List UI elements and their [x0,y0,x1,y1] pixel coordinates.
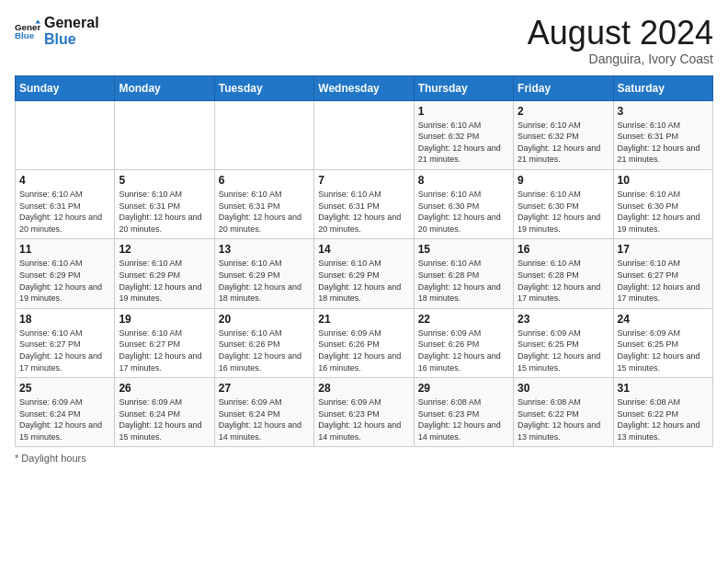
weekday-header-row: SundayMondayTuesdayWednesdayThursdayFrid… [16,75,713,100]
day-cell: 12Sunrise: 6:10 AM Sunset: 6:29 PM Dayli… [115,239,214,308]
day-info: Sunrise: 6:08 AM Sunset: 6:23 PM Dayligh… [418,396,509,442]
day-cell: 4Sunrise: 6:10 AM Sunset: 6:31 PM Daylig… [16,169,115,238]
day-number: 6 [219,174,310,187]
day-number: 5 [119,174,210,187]
day-info: Sunrise: 6:10 AM Sunset: 6:28 PM Dayligh… [418,258,509,304]
day-info: Sunrise: 6:10 AM Sunset: 6:31 PM Dayligh… [119,189,210,235]
day-number: 14 [318,243,409,256]
week-row-4: 18Sunrise: 6:10 AM Sunset: 6:27 PM Dayli… [16,308,713,377]
day-cell: 23Sunrise: 6:09 AM Sunset: 6:25 PM Dayli… [514,308,613,377]
calendar-table: SundayMondayTuesdayWednesdayThursdayFrid… [15,75,713,448]
logo-blue: Blue [44,31,99,48]
day-number: 31 [618,382,709,395]
day-number: 16 [518,243,609,256]
day-info: Sunrise: 6:10 AM Sunset: 6:31 PM Dayligh… [19,189,110,235]
day-cell: 1Sunrise: 6:10 AM Sunset: 6:32 PM Daylig… [414,100,513,169]
day-cell: 29Sunrise: 6:08 AM Sunset: 6:23 PM Dayli… [414,378,513,447]
day-cell [115,100,214,169]
day-cell: 19Sunrise: 6:10 AM Sunset: 6:27 PM Dayli… [115,308,214,377]
day-info: Sunrise: 6:09 AM Sunset: 6:25 PM Dayligh… [618,327,709,373]
day-number: 26 [119,382,210,395]
day-info: Sunrise: 6:10 AM Sunset: 6:32 PM Dayligh… [418,120,509,166]
weekday-tuesday: Tuesday [214,75,313,100]
day-info: Sunrise: 6:10 AM Sunset: 6:29 PM Dayligh… [219,258,310,304]
day-cell: 11Sunrise: 6:10 AM Sunset: 6:29 PM Dayli… [16,239,115,308]
day-cell [314,100,414,169]
day-number: 22 [418,313,509,326]
day-cell: 28Sunrise: 6:09 AM Sunset: 6:23 PM Dayli… [314,378,414,447]
day-number: 8 [418,174,509,187]
day-info: Sunrise: 6:10 AM Sunset: 6:30 PM Dayligh… [518,189,609,235]
day-cell: 21Sunrise: 6:09 AM Sunset: 6:26 PM Dayli… [314,308,414,377]
footer-note: * Daylight hours [15,453,713,464]
day-number: 17 [618,243,709,256]
day-info: Sunrise: 6:09 AM Sunset: 6:26 PM Dayligh… [418,327,509,373]
day-cell: 15Sunrise: 6:10 AM Sunset: 6:28 PM Dayli… [414,239,513,308]
day-cell: 14Sunrise: 6:10 AM Sunset: 6:29 PM Dayli… [314,239,414,308]
day-cell: 8Sunrise: 6:10 AM Sunset: 6:30 PM Daylig… [414,169,513,238]
day-info: Sunrise: 6:08 AM Sunset: 6:22 PM Dayligh… [618,396,709,442]
day-info: Sunrise: 6:09 AM Sunset: 6:26 PM Dayligh… [318,327,409,373]
day-cell: 27Sunrise: 6:09 AM Sunset: 6:24 PM Dayli… [214,378,313,447]
day-info: Sunrise: 6:10 AM Sunset: 6:30 PM Dayligh… [618,189,709,235]
day-number: 23 [518,313,609,326]
day-number: 24 [618,313,709,326]
day-number: 29 [418,382,509,395]
day-number: 12 [119,243,210,256]
logo-general: General [44,15,99,31]
day-cell: 30Sunrise: 6:08 AM Sunset: 6:22 PM Dayli… [514,378,613,447]
day-number: 28 [318,382,409,395]
day-info: Sunrise: 6:10 AM Sunset: 6:27 PM Dayligh… [618,258,709,304]
weekday-saturday: Saturday [613,75,712,100]
day-number: 4 [19,174,110,187]
week-row-1: 1Sunrise: 6:10 AM Sunset: 6:32 PM Daylig… [16,100,713,169]
day-info: Sunrise: 6:09 AM Sunset: 6:24 PM Dayligh… [19,396,110,442]
day-cell: 6Sunrise: 6:10 AM Sunset: 6:31 PM Daylig… [214,169,313,238]
logo: General Blue General Blue [15,15,99,47]
day-number: 11 [19,243,110,256]
day-number: 19 [119,313,210,326]
day-info: Sunrise: 6:10 AM Sunset: 6:29 PM Dayligh… [318,258,409,304]
day-number: 3 [618,105,709,118]
day-number: 1 [418,105,509,118]
day-info: Sunrise: 6:10 AM Sunset: 6:28 PM Dayligh… [518,258,609,304]
day-cell: 5Sunrise: 6:10 AM Sunset: 6:31 PM Daylig… [115,169,214,238]
logo-icon: General Blue [15,18,40,44]
day-info: Sunrise: 6:10 AM Sunset: 6:26 PM Dayligh… [219,327,310,373]
day-cell: 9Sunrise: 6:10 AM Sunset: 6:30 PM Daylig… [514,169,613,238]
day-info: Sunrise: 6:09 AM Sunset: 6:24 PM Dayligh… [219,396,310,442]
location: Danguira, Ivory Coast [528,52,713,66]
day-cell: 24Sunrise: 6:09 AM Sunset: 6:25 PM Dayli… [613,308,712,377]
weekday-friday: Friday [514,75,613,100]
day-cell: 2Sunrise: 6:10 AM Sunset: 6:32 PM Daylig… [514,100,613,169]
svg-text:Blue: Blue [15,30,35,40]
day-number: 2 [518,105,609,118]
day-number: 10 [618,174,709,187]
day-info: Sunrise: 6:10 AM Sunset: 6:29 PM Dayligh… [19,258,110,304]
day-number: 30 [518,382,609,395]
day-number: 15 [418,243,509,256]
day-number: 13 [219,243,310,256]
weekday-wednesday: Wednesday [314,75,414,100]
day-cell: 25Sunrise: 6:09 AM Sunset: 6:24 PM Dayli… [16,378,115,447]
day-cell: 16Sunrise: 6:10 AM Sunset: 6:28 PM Dayli… [514,239,613,308]
day-cell: 20Sunrise: 6:10 AM Sunset: 6:26 PM Dayli… [214,308,313,377]
header: General Blue General Blue August 2024 Da… [15,15,713,66]
day-info: Sunrise: 6:09 AM Sunset: 6:23 PM Dayligh… [318,396,409,442]
day-info: Sunrise: 6:10 AM Sunset: 6:32 PM Dayligh… [518,120,609,166]
day-cell: 22Sunrise: 6:09 AM Sunset: 6:26 PM Dayli… [414,308,513,377]
day-number: 27 [219,382,310,395]
day-info: Sunrise: 6:08 AM Sunset: 6:22 PM Dayligh… [518,396,609,442]
day-info: Sunrise: 6:10 AM Sunset: 6:29 PM Dayligh… [119,258,210,304]
day-cell [16,100,115,169]
week-row-2: 4Sunrise: 6:10 AM Sunset: 6:31 PM Daylig… [16,169,713,238]
week-row-3: 11Sunrise: 6:10 AM Sunset: 6:29 PM Dayli… [16,239,713,308]
day-cell: 18Sunrise: 6:10 AM Sunset: 6:27 PM Dayli… [16,308,115,377]
day-number: 9 [518,174,609,187]
day-cell: 3Sunrise: 6:10 AM Sunset: 6:31 PM Daylig… [613,100,712,169]
day-number: 20 [219,313,310,326]
day-cell: 17Sunrise: 6:10 AM Sunset: 6:27 PM Dayli… [613,239,712,308]
day-info: Sunrise: 6:10 AM Sunset: 6:31 PM Dayligh… [318,189,409,235]
day-cell [214,100,313,169]
day-info: Sunrise: 6:09 AM Sunset: 6:24 PM Dayligh… [119,396,210,442]
